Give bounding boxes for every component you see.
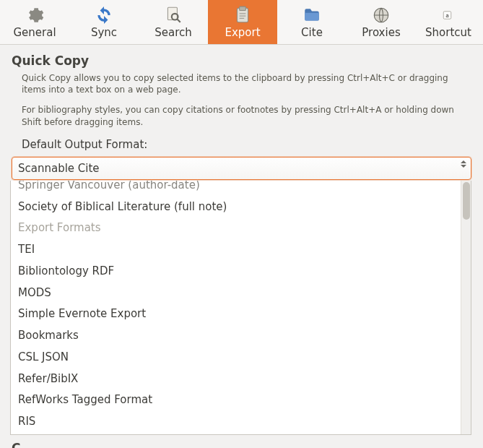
dropdown-option[interactable]: RefWorks Tagged Format bbox=[12, 389, 469, 411]
dropdown-option[interactable]: Bibliontology RDF bbox=[12, 261, 469, 283]
dropdown-option[interactable]: TEI bbox=[12, 239, 469, 261]
gear-icon bbox=[25, 5, 45, 25]
export-panel: Quick Copy Quick Copy allows you to copy… bbox=[0, 45, 483, 151]
sync-icon bbox=[94, 5, 114, 25]
tab-export[interactable]: Export bbox=[208, 0, 277, 44]
tab-label: Export bbox=[225, 26, 260, 39]
tab-label: General bbox=[13, 26, 56, 39]
key-icon: a bbox=[438, 5, 458, 25]
preferences-toolbar: General Sync Search Export Cite Proxies … bbox=[0, 0, 483, 45]
tab-label: Cite bbox=[301, 26, 323, 39]
dropdown-option[interactable]: Refer/BibIX bbox=[12, 369, 469, 390]
dropdown-group-header: Export Formats bbox=[12, 217, 469, 239]
tab-label: Shortcut bbox=[425, 26, 471, 39]
scroll-thumb[interactable] bbox=[463, 182, 470, 220]
dropdown-option[interactable]: Springer Vancouver (author-date) bbox=[12, 181, 469, 197]
svg-text:a: a bbox=[445, 12, 449, 19]
svg-rect-4 bbox=[240, 7, 246, 10]
truncated-section-heading: C bbox=[12, 441, 483, 448]
tab-sync[interactable]: Sync bbox=[69, 0, 139, 44]
quick-copy-help-2: For bibliography styles, you can copy ci… bbox=[12, 104, 471, 127]
dropdown-option[interactable]: CSL JSON bbox=[12, 347, 469, 369]
tab-general[interactable]: General bbox=[0, 0, 69, 44]
globe-icon bbox=[371, 5, 391, 25]
tab-label: Sync bbox=[91, 26, 117, 39]
search-doc-icon bbox=[163, 5, 183, 25]
dropdown-option[interactable]: RIS bbox=[12, 411, 469, 433]
output-format-value: Scannable Cite bbox=[18, 162, 100, 175]
output-format-combobox[interactable]: Scannable Cite bbox=[12, 157, 471, 180]
tab-cite[interactable]: Cite bbox=[277, 0, 347, 44]
folder-icon bbox=[302, 5, 322, 25]
clipboard-icon bbox=[232, 5, 253, 25]
dropdown-option[interactable]: Simple Evernote Export bbox=[12, 303, 469, 325]
tab-shortcut[interactable]: a Shortcut bbox=[416, 0, 481, 44]
dropdown-option[interactable]: Bookmarks bbox=[12, 325, 469, 347]
dropdown-option[interactable]: MODS bbox=[12, 283, 469, 304]
dropdown-option[interactable]: Scannable Cite bbox=[12, 433, 469, 435]
tab-proxies[interactable]: Proxies bbox=[347, 0, 416, 44]
svg-line-2 bbox=[177, 19, 180, 22]
tab-label: Proxies bbox=[362, 26, 400, 39]
tab-label: Search bbox=[155, 26, 192, 39]
output-format-label: Default Output Format: bbox=[22, 138, 471, 151]
combobox-stepper-icon bbox=[461, 160, 466, 168]
output-format-dropdown: Springer Vancouver (author-date) Society… bbox=[10, 181, 471, 435]
quick-copy-heading: Quick Copy bbox=[12, 53, 471, 68]
tab-search[interactable]: Search bbox=[139, 0, 208, 44]
quick-copy-help-1: Quick Copy allows you to copy selected i… bbox=[12, 72, 471, 95]
dropdown-scrollbar[interactable] bbox=[461, 181, 471, 434]
dropdown-option[interactable]: Society of Biblical Literature (full not… bbox=[12, 197, 469, 218]
